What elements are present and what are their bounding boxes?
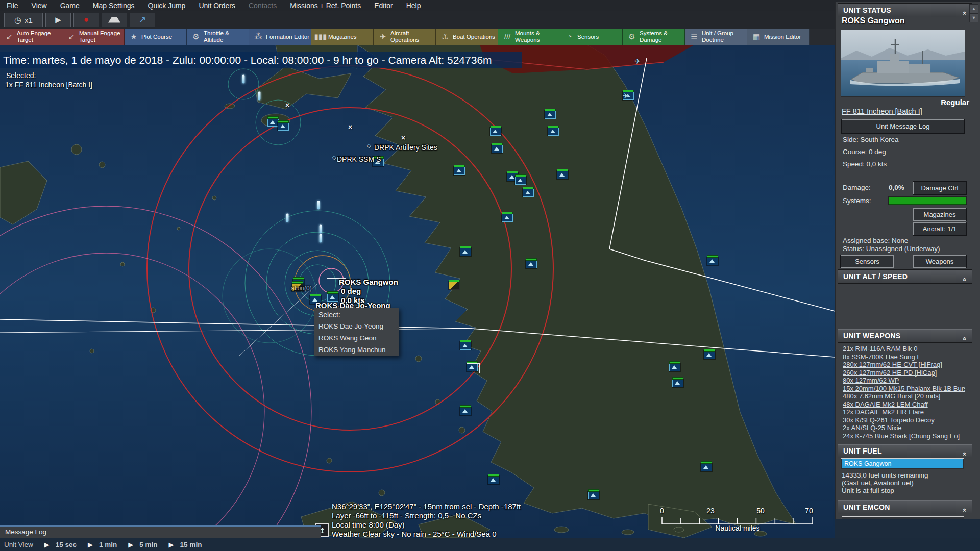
- fuel-types: (GasFuel, AviationFuel): [842, 479, 914, 487]
- unit-class-link[interactable]: FF 811 Incheon [Batch I]: [842, 107, 922, 115]
- toolbar-magazines-button[interactable]: ▮▮▮Magazines: [311, 29, 374, 45]
- toolbar-throttle-altitude-button[interactable]: ⚙Throttle & Altitude: [187, 29, 249, 45]
- step-arrow-icon: ▶: [44, 541, 50, 548]
- aircraft-button[interactable]: Aircraft: 1/1: [913, 222, 966, 235]
- menu-view[interactable]: View: [25, 0, 54, 11]
- time-controls-bar: ◷ x1 ▶ ● ↗: [0, 11, 839, 29]
- time-step-15-sec[interactable]: 15 sec: [56, 541, 77, 548]
- map-viewport[interactable]: [0, 45, 835, 538]
- toolbar-aircraft-operations-button[interactable]: ✈Aircraft Operations: [374, 29, 436, 45]
- damage-ctrl-button[interactable]: Damage Ctrl: [913, 182, 966, 194]
- sensors-icon: ◔: [563, 33, 576, 41]
- fuel-unit-listbox[interactable]: ROKS Gangwon: [841, 458, 964, 469]
- collapse-chevron-icon[interactable]: «: [958, 508, 971, 512]
- view-mode-label[interactable]: Unit View: [4, 541, 33, 548]
- time-step-1-min[interactable]: 1 min: [99, 541, 117, 548]
- menu-file[interactable]: File: [0, 0, 25, 11]
- systems-health-bar: [889, 197, 966, 205]
- fuel-selected-unit[interactable]: ROKS Gangwon: [842, 459, 963, 468]
- toolbar-formation-editor-button[interactable]: ⁂Formation Editor: [249, 29, 311, 45]
- panel-unit-alt-speed-header[interactable]: UNIT ALT / SPEED «: [838, 269, 972, 284]
- toolbar-button-label: Throttle & Altitude: [204, 30, 249, 43]
- weapon-link[interactable]: 12x DAGAIE Mk2 LIR Flare: [843, 408, 965, 416]
- unit-speed: Speed: 0,0 kts: [843, 160, 887, 168]
- menu-quick-jump[interactable]: Quick Jump: [141, 0, 192, 11]
- toolbar-auto-engage-target-button[interactable]: ↙Auto Engage Target: [0, 29, 62, 45]
- weapon-link[interactable]: 80x 127mm/62 WP: [843, 377, 965, 385]
- weapon-link[interactable]: 30x K/SLQ-261 Torpedo Decoy: [843, 416, 965, 424]
- weapon-link[interactable]: 24x K-745 Blue Shark [Chung Sang Eo]: [843, 432, 965, 440]
- jump-button[interactable]: ↗: [130, 13, 155, 27]
- menu-unit-orders[interactable]: Unit Orders: [192, 0, 242, 11]
- scroll-down-icon[interactable]: ▼: [969, 13, 978, 22]
- weapon-link[interactable]: 48x DAGAIE Mk2 LEM Chaff: [843, 400, 965, 409]
- toolbar-button-label: Formation Editor: [266, 34, 311, 40]
- collapse-chevron-icon[interactable]: «: [958, 278, 971, 282]
- step-arrow-icon: ▶: [169, 541, 174, 548]
- panel-unit-fuel-header[interactable]: UNIT FUEL «: [838, 444, 972, 458]
- status-line-layer: Layer -66ft to -115ft - Strength: 0,5 - …: [332, 511, 521, 520]
- context-menu-title: Select:: [314, 308, 399, 320]
- weapon-link[interactable]: 480x 7.62mm MG Burst [20 rnds]: [843, 392, 965, 400]
- selected-label: Selected:: [6, 71, 36, 80]
- weapon-link[interactable]: 2x AN/SLQ-25 Nixie: [843, 424, 965, 432]
- play-button[interactable]: ▶: [45, 13, 71, 27]
- menu-help[interactable]: Help: [400, 0, 428, 11]
- menu-map-settings[interactable]: Map Settings: [86, 0, 141, 11]
- auto-engage-icon: ↙: [3, 33, 16, 41]
- menu-editor[interactable]: Editor: [368, 0, 400, 11]
- systems-label: Systems:: [843, 197, 871, 205]
- menu-missions-ref-points[interactable]: Missions + Ref. Points: [283, 0, 368, 11]
- cursor-status-block: N36°29'33", E125°02'47" - 15nm from sel …: [332, 502, 521, 539]
- toolbar-button-label: Mission Editor: [764, 34, 809, 40]
- toolbar-mounts-weapons-button[interactable]: ///Mounts & Weapons: [498, 29, 560, 45]
- throttle-altitude-icon: ⚙: [189, 33, 203, 41]
- weapon-link[interactable]: 21x RIM-116A RAM Blk 0: [843, 345, 965, 353]
- toolbar-button-label: Manual Engage Target: [79, 30, 124, 43]
- sensors-button[interactable]: Sensors: [841, 255, 894, 268]
- message-log-bar[interactable]: Message Log: [0, 525, 321, 539]
- weapons-list: 21x RIM-116A RAM Blk 08x SSM-700K Hae Su…: [843, 345, 965, 440]
- time-step-15-min[interactable]: 15 min: [180, 541, 202, 548]
- context-menu-item-roks-wang-geon[interactable]: ROKS Wang Geon: [314, 332, 399, 344]
- panel-title: UNIT FUEL: [843, 447, 882, 455]
- step-arrow-icon: ▶: [88, 541, 93, 548]
- record-button[interactable]: ●: [74, 13, 99, 27]
- menu-contacts[interactable]: Contacts: [242, 0, 283, 11]
- toolbar-mission-editor-button[interactable]: ▦Mission Editor: [747, 29, 810, 45]
- time-step-5-min[interactable]: 5 min: [139, 541, 157, 548]
- weapon-link[interactable]: 8x SSM-700K Hae Sung I: [843, 353, 965, 361]
- context-menu-item-roks-yang-manchun[interactable]: ROKS Yang Manchun: [314, 344, 399, 356]
- weapons-button[interactable]: Weapons: [913, 255, 966, 268]
- time-compression-button[interactable]: ◷ x1: [4, 13, 43, 27]
- panel-unit-emcon-header[interactable]: UNIT EMCON «: [838, 500, 972, 514]
- magazines-button[interactable]: Magazines: [913, 208, 966, 221]
- weapon-link[interactable]: 15x 20mm/100 Mk15 Phalanx Blk 1B Burst [: [843, 385, 965, 393]
- unit-message-log-button[interactable]: Unit Message Log: [842, 119, 964, 133]
- panel-unit-status-header[interactable]: UNIT STATUS «: [838, 3, 972, 17]
- main-toolbar: ↙Auto Engage Target↙Manual Engage Target…: [0, 29, 835, 45]
- toolbar-manual-engage-target-button[interactable]: ↙Manual Engage Target: [62, 29, 125, 45]
- unit-status-text: Status: Unassigned (Underway): [843, 245, 940, 253]
- mission-editor-icon: ▦: [750, 33, 763, 41]
- play-icon: ▶: [55, 15, 61, 24]
- collapse-chevron-icon[interactable]: «: [958, 452, 971, 456]
- panel-unit-weapons-header[interactable]: UNIT WEAPONS «: [838, 329, 972, 343]
- toolbar-sensors-button[interactable]: ◔Sensors: [560, 29, 623, 45]
- map-layers-button[interactable]: [102, 13, 127, 27]
- menu-game[interactable]: Game: [54, 0, 86, 11]
- manual-engage-icon: ↙: [65, 33, 78, 41]
- damage-label: Damage:: [843, 184, 871, 191]
- step-arrow-icon: ▶: [128, 541, 133, 548]
- toolbar-unit-group-doctrine-button[interactable]: ☰Unit / Group Doctrine: [685, 29, 747, 45]
- panel-title: UNIT WEAPONS: [843, 332, 901, 340]
- bottom-bar: Unit View ▶15 sec▶1 min▶5 min▶15 min: [0, 538, 980, 551]
- toolbar-systems-damage-button[interactable]: ⚙Systems & Damage: [623, 29, 685, 45]
- weapon-link[interactable]: 280x 127mm/62 HE-CVT [HiFrag]: [843, 361, 965, 369]
- toolbar-plot-course-button[interactable]: ★Plot Course: [125, 29, 187, 45]
- weapon-link[interactable]: 260x 127mm/62 HE-PD [HiCap]: [843, 369, 965, 377]
- context-menu-item-roks-dae-jo-yeong[interactable]: ROKS Dae Jo-Yeong: [314, 320, 399, 332]
- toolbar-boat-operations-button[interactable]: ⚓Boat Operations: [436, 29, 498, 45]
- collapse-chevron-icon[interactable]: «: [958, 337, 971, 341]
- scroll-up-icon[interactable]: ▲: [969, 4, 978, 13]
